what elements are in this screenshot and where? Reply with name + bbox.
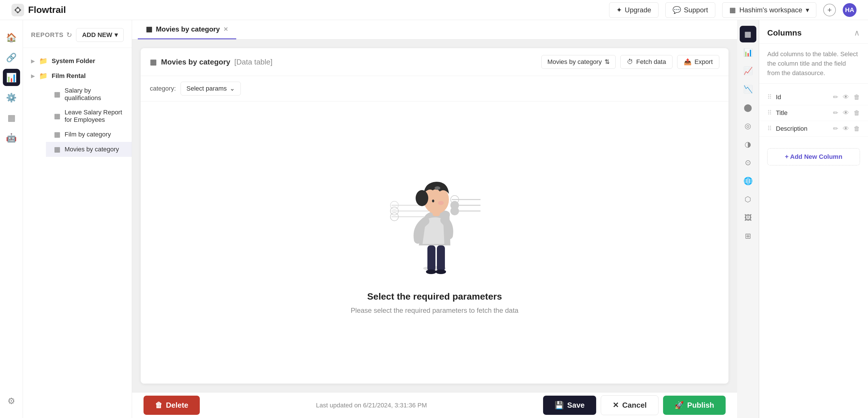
params-bar: category: Select params ⌄ (141, 76, 728, 102)
bottom-actions: 💾 Save ✕ Cancel 🚀 Publish (543, 395, 725, 415)
report-icon: ▦ (54, 90, 61, 98)
upgrade-icon: ✦ (616, 6, 622, 14)
sidebar-icon-table[interactable]: ▦ (3, 109, 20, 126)
support-icon: 💬 (673, 6, 681, 14)
param-select[interactable]: Select params ⌄ (181, 82, 241, 96)
add-button[interactable]: + (823, 4, 836, 16)
sidebar-icon-robot[interactable]: 🤖 (3, 129, 20, 146)
cancel-button[interactable]: ✕ Cancel (601, 395, 658, 415)
drag-icon: ⠿ (767, 125, 772, 133)
viz-sidebar: ▦ 📊 📈 📉 ⬤ ◎ ◑ ⊙ 🌐 ⬡ 🖼 ⊞ (737, 20, 759, 418)
empty-subtitle: Please select the required parameters to… (351, 307, 518, 314)
sidebar-icon-integrations[interactable]: ⚙️ (3, 89, 20, 106)
tab-label: Movies by category (156, 25, 220, 33)
refresh-button[interactable]: ↻ (66, 31, 72, 39)
column-hide-button[interactable]: 👁 (843, 94, 849, 101)
viz-icon-grid[interactable]: ⊞ (740, 228, 756, 244)
delete-button[interactable]: 🗑 Delete (144, 396, 200, 415)
chevron-up-down-icon: ⇅ (604, 58, 610, 66)
avatar: HA (843, 3, 857, 17)
chevron-right-icon: ▶ (31, 73, 35, 79)
add-column-label: + Add New Column (785, 153, 842, 161)
main-content: ▦ Movies by category ✕ ▦ Movies by categ… (132, 20, 737, 418)
workspace-button[interactable]: ▦ Hashim's workspace ▾ (722, 2, 816, 18)
cancel-label: Cancel (622, 401, 647, 410)
tree-folder-system[interactable]: ▶ 📁 System Folder (23, 54, 132, 69)
right-panel-header: Columns ∧ (759, 20, 868, 43)
column-delete-button[interactable]: 🗑 (854, 109, 860, 117)
empty-state: Select the required parameters Please se… (141, 102, 728, 384)
column-delete-button[interactable]: 🗑 (854, 94, 860, 101)
tree-folder-label: Film Rental (52, 72, 86, 80)
viz-icon-table[interactable]: ▦ (740, 26, 756, 42)
chevron-down-icon: ▾ (115, 31, 118, 39)
report-name-text: Movies by category (161, 58, 230, 67)
export-label: Export (694, 58, 713, 66)
add-new-button[interactable]: ADD NEW ▾ (76, 28, 124, 42)
column-edit-button[interactable]: ✏ (833, 109, 838, 117)
reports-tree: ▶ 📁 System Folder ▶ 📁 Film Rental ▦ Sala… (23, 48, 132, 163)
delete-icon: 🗑 (155, 401, 162, 410)
report-icon: ▦ (54, 131, 61, 138)
viz-icon-area-chart[interactable]: 📉 (740, 81, 756, 98)
tab-movies-category[interactable]: ▦ Movies by category ✕ (138, 20, 236, 39)
tree-report-movies-category[interactable]: ▦ Movies by category (46, 142, 132, 157)
column-edit-button[interactable]: ✏ (833, 125, 838, 133)
columns-list: ⠿ Id ✏ 👁 🗑 ⠿ Title ✏ 👁 🗑 (759, 84, 868, 142)
svg-point-24 (435, 186, 440, 190)
upgrade-button[interactable]: ✦ Upgrade (609, 2, 658, 18)
chevron-down-icon: ⌄ (229, 85, 235, 92)
report-panel: ▦ Movies by category [Data table] Movies… (141, 48, 728, 384)
upgrade-label: Upgrade (625, 6, 651, 14)
sidebar-icon-reports[interactable]: 📊 (3, 69, 20, 86)
viz-icon-donut[interactable]: ◎ (740, 117, 756, 134)
right-panel-close-button[interactable]: ∧ (854, 28, 860, 38)
save-button[interactable]: 💾 Save (543, 396, 596, 415)
sidebar-icon-settings[interactable]: ⚙ (3, 392, 20, 409)
report-name: ▦ Movies by category [Data table] (150, 58, 272, 67)
reports-title: REPORTS (31, 31, 63, 39)
cancel-icon: ✕ (613, 401, 619, 410)
tab-icon: ▦ (146, 25, 152, 33)
add-column-button[interactable]: + Add New Column (767, 148, 860, 166)
sidebar-icon-home[interactable]: 🏠 (3, 29, 20, 46)
save-label: Save (567, 401, 585, 410)
tree-folder-film-rental[interactable]: ▶ 📁 Film Rental (23, 69, 132, 83)
report-icon: ▦ (54, 112, 61, 120)
tree-report-salary-qualifications[interactable]: ▦ Salary by qualifications (46, 83, 132, 105)
publish-button[interactable]: 🚀 Publish (663, 396, 725, 415)
viz-icon-line-chart[interactable]: 📈 (740, 63, 756, 79)
viz-icon-pie[interactable]: ◑ (740, 136, 756, 152)
empty-illustration-svg (374, 171, 495, 280)
viz-icon-globe[interactable]: 🌐 (740, 173, 756, 189)
column-item-id: ⠿ Id ✏ 👁 🗑 (759, 90, 868, 105)
svg-point-21 (415, 190, 428, 206)
folder-icon: 📁 (39, 72, 48, 80)
viz-icon-gauge[interactable]: ⊙ (740, 154, 756, 171)
fetch-icon: ⏱ (627, 58, 633, 66)
support-label: Support (684, 6, 708, 14)
tabs-bar: ▦ Movies by category ✕ (132, 20, 737, 40)
table-icon: ▦ (150, 58, 157, 67)
publish-icon: 🚀 (675, 401, 684, 410)
column-delete-button[interactable]: 🗑 (854, 125, 860, 133)
tree-report-film-category[interactable]: ▦ Film by category (46, 127, 132, 142)
column-edit-button[interactable]: ✏ (833, 94, 838, 101)
viz-icon-scatter[interactable]: ⬤ (740, 99, 756, 116)
sidebar-icon-connector[interactable]: 🔗 (3, 49, 20, 66)
viz-icon-radar[interactable]: ⬡ (740, 191, 756, 208)
viz-icon-image[interactable]: 🖼 (740, 209, 756, 226)
export-button[interactable]: 📤 Export (677, 55, 719, 69)
tree-report-leave-salary[interactable]: ▦ Leave Salary Report for Employees (46, 105, 132, 127)
column-left: ⠿ Id (767, 94, 781, 101)
viz-icon-bar-chart[interactable]: 📊 (740, 44, 756, 61)
datasource-selector[interactable]: Movies by category ⇅ (541, 55, 616, 69)
column-hide-button[interactable]: 👁 (843, 125, 849, 133)
column-hide-button[interactable]: 👁 (843, 109, 849, 117)
logo: Flowtrail (11, 4, 66, 16)
svg-point-18 (436, 270, 446, 274)
reports-header: REPORTS ↻ ADD NEW ▾ (23, 20, 132, 48)
fetch-data-button[interactable]: ⏱ Fetch data (620, 55, 673, 69)
support-button[interactable]: 💬 Support (665, 2, 715, 18)
tab-close-button[interactable]: ✕ (223, 26, 228, 33)
